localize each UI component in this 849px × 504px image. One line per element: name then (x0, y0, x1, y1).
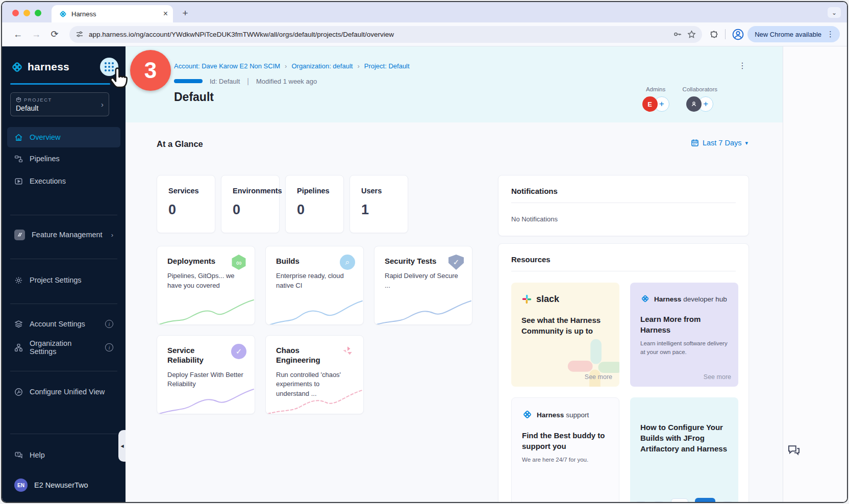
notifications-empty-text: No Notifications (511, 215, 736, 223)
sidebar-item-label: Overview (30, 133, 60, 141)
close-window-button[interactable] (12, 10, 19, 16)
breadcrumb-organization-link[interactable]: Organization: default (291, 62, 353, 70)
new-tab-button[interactable]: + (178, 6, 192, 20)
sidebar-item-overview[interactable]: Overview (7, 127, 120, 147)
person-icon (690, 100, 697, 108)
tab-close-icon[interactable]: × (163, 10, 168, 18)
feedback-chat-icon[interactable] (786, 443, 802, 460)
tab-search-button[interactable]: ⌄ (828, 7, 841, 18)
sidebar-collapse-handle[interactable]: ◀ (118, 430, 126, 462)
user-name: E2 NewuserTwo (34, 481, 88, 489)
browser-tab-harness[interactable]: Harness × (52, 5, 173, 22)
sidebar-item-configure-unified-view[interactable]: Configure Unified View (7, 382, 120, 402)
see-more-link[interactable]: See more (585, 373, 612, 381)
password-key-icon[interactable] (673, 30, 682, 39)
harness-favicon (59, 10, 67, 18)
module-title: Builds (276, 257, 336, 266)
chevron-right-icon: › (111, 231, 113, 239)
resource-card-developer-hub[interactable]: Harnessdeveloper hub Learn More from Har… (630, 283, 738, 387)
admin-avatar[interactable]: E (642, 96, 658, 112)
browser-menu-kebab-icon[interactable]: ⋮ (827, 30, 835, 39)
address-bar[interactable]: app.harness.io/ng/account/YWdkwNPiTceDUK… (69, 26, 702, 43)
stat-label: Services (168, 187, 215, 195)
bookmark-star-icon[interactable] (687, 30, 696, 39)
chrome-update-button[interactable]: New Chrome available ⋮ (747, 26, 840, 42)
resource-subtext: Learn intelligent software delivery at y… (640, 339, 728, 356)
breadcrumb-account-link[interactable]: Account: Dave Karow E2 Non SCIM (174, 62, 280, 70)
harness-logo-icon (10, 60, 24, 74)
harness-logo-icon (522, 409, 533, 420)
project-id-text: Id: Default (210, 78, 240, 85)
cube-icon (16, 97, 21, 103)
module-card-security-tests[interactable]: Security Tests ✓ Rapid Delivery of Secur… (374, 246, 472, 325)
harness-logo-icon (640, 294, 650, 304)
sidebar-item-label: Pipelines (30, 155, 60, 163)
sidebar-divider (10, 434, 117, 434)
slack-logo-icon (521, 294, 532, 305)
page-title: Default (174, 90, 214, 104)
sidebar-item-label: Executions (30, 177, 66, 185)
harness-wordmark: harness (28, 61, 100, 73)
sidebar-item-executions[interactable]: Executions (7, 171, 120, 191)
admins-label: Admins (646, 86, 665, 92)
security-tests-icon: ✓ (448, 255, 464, 270)
stat-value: 0 (233, 202, 279, 218)
site-info-icon[interactable] (76, 30, 84, 38)
resource-card-support[interactable]: Harnesssupport Find the Best buddy to su… (511, 397, 619, 502)
builds-sparkline (266, 297, 364, 325)
back-button[interactable]: ← (10, 27, 26, 42)
date-range-selector[interactable]: Last 7 Days ▾ (691, 139, 748, 147)
resources-title: Resources (511, 255, 736, 264)
module-card-builds[interactable]: Builds ⌕ Enterprise ready, cloud native … (265, 246, 364, 325)
page-gutter (783, 46, 847, 502)
sidebar-user-menu[interactable]: EN E2 NewuserTwo (7, 475, 120, 495)
stat-card-users[interactable]: Users 1 (349, 175, 408, 233)
meta-divider: | (247, 77, 249, 85)
breadcrumb-separator: › (285, 62, 287, 70)
forward-button[interactable]: → (29, 27, 44, 42)
zoom-window-button[interactable] (35, 10, 41, 16)
project-selector[interactable]: PROJECT Default › (10, 92, 109, 116)
module-description: Pipelines, GitOps... we have you covered (167, 271, 244, 291)
sidebar-item-pipelines[interactable]: Pipelines (7, 148, 120, 169)
calendar-icon (691, 139, 699, 147)
sidebar-item-feature-management[interactable]: Feature Management › (7, 224, 120, 245)
module-card-chaos-engineering[interactable]: Chaos Engineering Run controlled 'chaos'… (265, 335, 364, 414)
module-card-deployments[interactable]: Deployments ∞ Pipelines, GitOps... we ha… (157, 246, 255, 325)
url-text: app.harness.io/ng/account/YWdkwNPiTceDUK… (89, 31, 668, 38)
sidebar-item-project-settings[interactable]: Project Settings (7, 270, 120, 290)
stat-card-services[interactable]: Services 0 (157, 175, 215, 233)
support-brand-rest: support (566, 411, 589, 419)
collaborators-group: Collaborators + (683, 86, 717, 112)
resource-card-jfrog[interactable]: How to Configure Your Builds with JFrog … (630, 397, 738, 502)
sidebar-divider (10, 371, 117, 371)
see-more-link[interactable]: See more (704, 373, 731, 381)
pipeline-node-selected: 0 (695, 498, 715, 502)
stat-card-pipelines[interactable]: Pipelines 0 (285, 175, 344, 233)
extensions-icon[interactable] (709, 30, 719, 39)
profile-avatar-icon[interactable] (732, 28, 744, 41)
reload-button[interactable]: ⟳ (47, 27, 62, 42)
sidebar-item-organization-settings[interactable]: Organization Settings i (7, 337, 120, 358)
resource-card-slack[interactable]: slack See what the Harness Community is … (511, 283, 619, 387)
info-icon[interactable]: i (105, 320, 113, 328)
toolbar-divider (725, 29, 726, 39)
sidebar-item-help[interactable]: Help (7, 445, 120, 465)
help-chat-icon (14, 451, 23, 460)
info-icon[interactable]: i (105, 343, 113, 351)
admins-group: Admins E + (642, 86, 669, 112)
chaos-sparkline (266, 386, 364, 414)
home-icon (14, 133, 23, 142)
stat-card-environments[interactable]: Environments 0 (221, 175, 280, 233)
tab-title: Harness (71, 10, 159, 18)
module-card-service-reliability[interactable]: Service Reliability ✓ Deploy Faster With… (157, 335, 255, 414)
project-options-kebab-icon[interactable]: ⋮ (738, 61, 747, 70)
collaborator-avatar[interactable] (686, 96, 702, 112)
sidebar-item-account-settings[interactable]: Account Settings i (7, 314, 120, 334)
breadcrumb-project-link[interactable]: Project: Default (364, 62, 410, 70)
minimize-window-button[interactable] (23, 10, 30, 16)
builds-icon: ⌕ (340, 255, 355, 270)
devhub-brand-bold: Harness (654, 295, 681, 303)
main-content: Account: Dave Karow E2 Non SCIM › Organi… (126, 46, 783, 502)
module-cards: Deployments ∞ Pipelines, GitOps... we ha… (157, 246, 472, 414)
